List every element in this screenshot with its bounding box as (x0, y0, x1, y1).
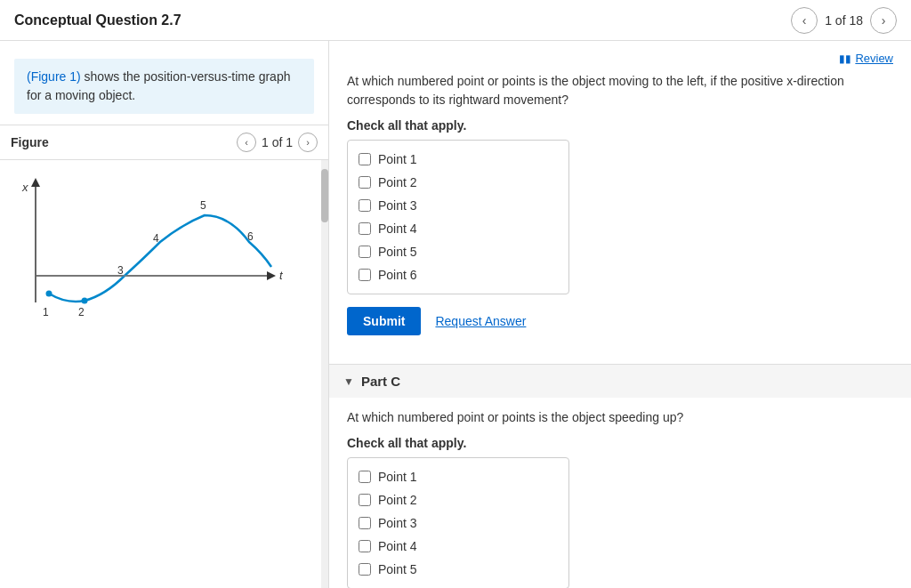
part-c-point-5-checkbox[interactable] (359, 563, 371, 576)
part-c-question-text: At which numbered point or points is the… (347, 408, 893, 427)
next-question-button[interactable]: › (870, 7, 897, 34)
figure-scrollbar[interactable] (321, 160, 328, 588)
list-item: Point 2 (359, 488, 558, 511)
figure-intro: (Figure 1) shows the position-versus-tim… (0, 41, 328, 125)
review-icon: ▮▮ (839, 52, 851, 65)
right-panel[interactable]: ▮▮ Review At which numbered point or poi… (329, 41, 911, 588)
header-navigation: ‹ 1 of 18 › (791, 7, 897, 34)
list-item: Point 3 (359, 194, 558, 217)
point-3-checkbox[interactable] (359, 199, 371, 212)
intro-box: (Figure 1) shows the position-versus-tim… (14, 59, 314, 114)
point-2-checkbox[interactable] (359, 176, 371, 189)
list-item: Point 1 (359, 465, 558, 488)
svg-text:5: 5 (200, 199, 206, 212)
point-3-label: Point 3 (378, 198, 417, 213)
point-2-label: Point 2 (378, 175, 417, 189)
part-c-content: At which numbered point or points is the… (329, 398, 911, 588)
point-4-label: Point 4 (378, 222, 417, 236)
figure-scroll-thumb (321, 169, 328, 222)
point-4-checkbox[interactable] (359, 222, 371, 235)
part-c-point-4-label: Point 4 (378, 539, 417, 553)
part-c-section: ▼ Part C At which numbered point or poin… (329, 364, 911, 588)
part-c-header[interactable]: ▼ Part C (329, 365, 911, 398)
review-link-container: ▮▮ Review (347, 52, 893, 65)
position-time-graph: x t 1 2 (9, 169, 285, 356)
request-answer-button[interactable]: Request Answer (435, 314, 526, 328)
svg-point-10 (82, 298, 88, 304)
figure-navigation: ‹ 1 of 1 › (237, 133, 318, 152)
point-1-label: Point 1 (378, 152, 417, 166)
figure-page-indicator: 1 of 1 (262, 135, 293, 149)
list-item: Point 2 (359, 171, 558, 194)
figure-header: Figure ‹ 1 of 1 › (0, 125, 328, 160)
list-item: Point 5 (359, 558, 558, 581)
list-item: Point 5 (359, 240, 558, 263)
figure-title-label: Figure (11, 135, 49, 149)
part-c-point-4-checkbox[interactable] (359, 540, 371, 552)
point-1-checkbox[interactable] (359, 153, 371, 165)
part-c-point-1-checkbox[interactable] (359, 471, 371, 483)
point-6-label: Point 6 (378, 268, 417, 282)
point-6-checkbox[interactable] (359, 269, 371, 281)
page-indicator: 1 of 18 (825, 13, 863, 28)
part-c-point-1-label: Point 1 (378, 470, 417, 484)
figure-link[interactable]: (Figure 1) (27, 69, 81, 84)
next-figure-button[interactable]: › (298, 133, 318, 152)
checkbox-list: Point 1 Point 2 Point 3 Point 4 Point 5 (347, 140, 569, 294)
prev-figure-button[interactable]: ‹ (237, 133, 256, 152)
part-c-point-2-checkbox[interactable] (359, 494, 371, 506)
part-c-checkbox-list: Point 1 Point 2 Point 3 Point 4 (347, 457, 569, 588)
svg-text:6: 6 (247, 230, 254, 243)
part-c-point-3-label: Point 3 (378, 516, 417, 530)
point-5-checkbox[interactable] (359, 246, 371, 258)
question-text: At which numbered point or points is the… (347, 72, 893, 109)
svg-text:2: 2 (78, 306, 85, 318)
list-item: Point 4 (359, 217, 558, 240)
svg-point-8 (46, 291, 52, 297)
figure-section: Figure ‹ 1 of 1 › (0, 125, 328, 588)
list-item: Point 3 (359, 511, 558, 535)
svg-marker-3 (31, 178, 40, 187)
prev-question-button[interactable]: ‹ (791, 7, 818, 34)
list-item: Point 1 (359, 148, 558, 171)
page-title: Conceptual Question 2.7 (14, 12, 181, 28)
part-c-point-2-label: Point 2 (378, 493, 417, 507)
review-link[interactable]: Review (855, 52, 893, 65)
svg-text:1: 1 (43, 306, 49, 318)
figure-content: x t 1 2 (0, 160, 328, 588)
graph-container: x t 1 2 (0, 160, 302, 365)
part-c-collapse-icon: ▼ (343, 375, 354, 388)
list-item: Point 6 (359, 263, 558, 286)
header: Conceptual Question 2.7 ‹ 1 of 18 › (0, 0, 911, 41)
part-c-point-5-label: Point 5 (378, 562, 417, 576)
svg-marker-2 (267, 271, 276, 280)
part-c-check-all-label: Check all that apply. (347, 436, 893, 450)
part-c-title: Part C (361, 374, 400, 389)
svg-text:x: x (21, 181, 28, 194)
svg-text:3: 3 (117, 264, 124, 277)
left-panel: (Figure 1) shows the position-versus-tim… (0, 41, 329, 588)
submit-button[interactable]: Submit (347, 307, 421, 335)
svg-text:t: t (279, 269, 284, 282)
part-c-point-3-checkbox[interactable] (359, 517, 371, 529)
list-item: Point 4 (359, 535, 558, 558)
part-b-content: ▮▮ Review At which numbered point or poi… (329, 41, 911, 364)
point-5-label: Point 5 (378, 245, 417, 259)
main-container: (Figure 1) shows the position-versus-tim… (0, 41, 911, 588)
check-all-label: Check all that apply. (347, 118, 893, 133)
action-row: Submit Request Answer (347, 307, 893, 335)
svg-text:4: 4 (153, 232, 159, 245)
